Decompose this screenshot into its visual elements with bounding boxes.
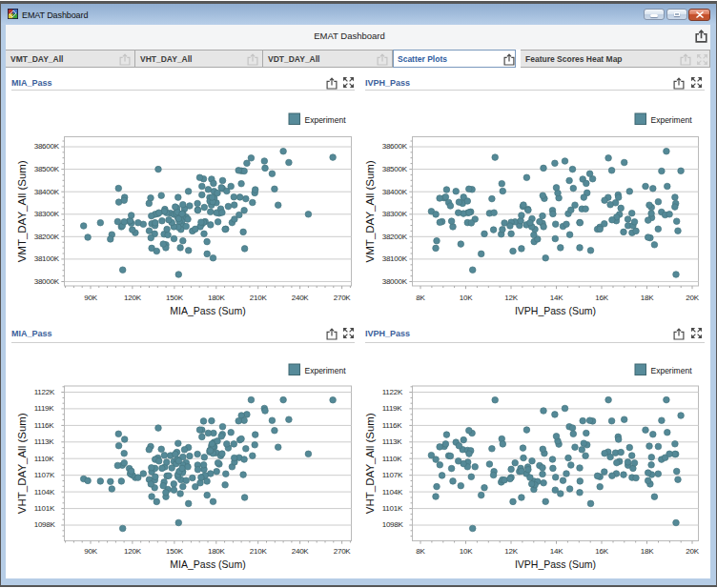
svg-text:38600K: 38600K [34, 142, 60, 151]
svg-text:240K: 240K [292, 294, 310, 302]
svg-text:MIA_Pass (Sum): MIA_Pass (Sum) [170, 305, 245, 316]
svg-text:IVPH_Pass (Sum): IVPH_Pass (Sum) [515, 558, 596, 570]
svg-text:38300K: 38300K [382, 210, 408, 218]
svg-text:20K: 20K [686, 547, 699, 556]
svg-text:1107K: 1107K [382, 471, 403, 479]
svg-text:38300K: 38300K [34, 210, 60, 218]
svg-text:240K: 240K [292, 547, 310, 556]
svg-text:1101K: 1101K [34, 504, 55, 513]
svg-text:1104K: 1104K [34, 488, 55, 497]
svg-text:38500K: 38500K [382, 165, 408, 173]
svg-text:38400K: 38400K [34, 188, 60, 196]
svg-text:VMT_DAY_All (Sum): VMT_DAY_All (Sum) [365, 160, 377, 262]
svg-text:1098K: 1098K [382, 520, 404, 529]
svg-text:38200K: 38200K [382, 233, 408, 241]
svg-text:90K: 90K [84, 294, 97, 302]
svg-text:180K: 180K [208, 547, 226, 556]
svg-text:1119K: 1119K [382, 404, 403, 413]
svg-text:1110K: 1110K [382, 455, 403, 463]
svg-text:38100K: 38100K [34, 254, 60, 263]
svg-text:150K: 150K [166, 294, 184, 302]
svg-text:12K: 12K [504, 294, 518, 302]
svg-text:8K: 8K [416, 294, 425, 302]
svg-text:Experiment: Experiment [305, 115, 347, 125]
svg-text:38500K: 38500K [34, 165, 60, 173]
svg-text:38200K: 38200K [34, 233, 60, 241]
svg-text:14K: 14K [550, 547, 563, 556]
svg-text:1113K: 1113K [382, 437, 403, 446]
svg-text:18K: 18K [641, 294, 654, 302]
svg-text:1110K: 1110K [34, 455, 55, 463]
svg-text:1107K: 1107K [34, 471, 55, 479]
svg-text:1113K: 1113K [34, 437, 55, 446]
svg-text:38000K: 38000K [382, 277, 408, 286]
svg-text:38000K: 38000K [34, 277, 60, 286]
svg-text:1119K: 1119K [34, 404, 55, 413]
svg-text:210K: 210K [250, 547, 268, 556]
svg-text:MIA_Pass (Sum): MIA_Pass (Sum) [170, 558, 245, 570]
svg-text:150K: 150K [166, 547, 184, 556]
svg-text:Experiment: Experiment [651, 115, 693, 125]
svg-text:1098K: 1098K [34, 520, 56, 529]
svg-text:Experiment: Experiment [305, 366, 347, 375]
svg-text:1116K: 1116K [34, 421, 55, 430]
svg-text:120K: 120K [124, 294, 142, 302]
svg-text:VHT_DAY_All (Sum): VHT_DAY_All (Sum) [17, 413, 29, 514]
svg-text:210K: 210K [250, 294, 268, 302]
svg-text:20K: 20K [686, 294, 699, 302]
svg-text:1122K: 1122K [382, 388, 403, 396]
svg-text:10K: 10K [460, 294, 473, 302]
svg-text:180K: 180K [208, 294, 226, 302]
svg-text:270K: 270K [334, 547, 352, 556]
svg-text:10K: 10K [460, 547, 473, 556]
svg-text:38400K: 38400K [382, 188, 408, 196]
svg-text:18K: 18K [641, 547, 654, 556]
svg-text:1122K: 1122K [34, 388, 55, 396]
svg-text:1104K: 1104K [382, 488, 403, 497]
svg-text:120K: 120K [124, 547, 142, 556]
svg-text:270K: 270K [334, 294, 352, 302]
svg-text:8K: 8K [416, 547, 425, 556]
svg-text:12K: 12K [504, 547, 518, 556]
svg-text:VHT_DAY_All (Sum): VHT_DAY_All (Sum) [365, 413, 377, 514]
svg-text:16K: 16K [595, 547, 608, 556]
svg-text:1116K: 1116K [382, 421, 403, 430]
svg-text:38100K: 38100K [382, 254, 408, 263]
svg-text:16K: 16K [595, 294, 608, 302]
svg-text:90K: 90K [84, 547, 97, 556]
svg-text:IVPH_Pass (Sum): IVPH_Pass (Sum) [515, 305, 596, 316]
svg-text:VMT_DAY_All (Sum): VMT_DAY_All (Sum) [17, 160, 29, 262]
svg-text:14K: 14K [550, 294, 563, 302]
svg-text:Experiment: Experiment [651, 366, 693, 375]
svg-text:38600K: 38600K [382, 142, 408, 151]
svg-text:1101K: 1101K [382, 504, 403, 513]
